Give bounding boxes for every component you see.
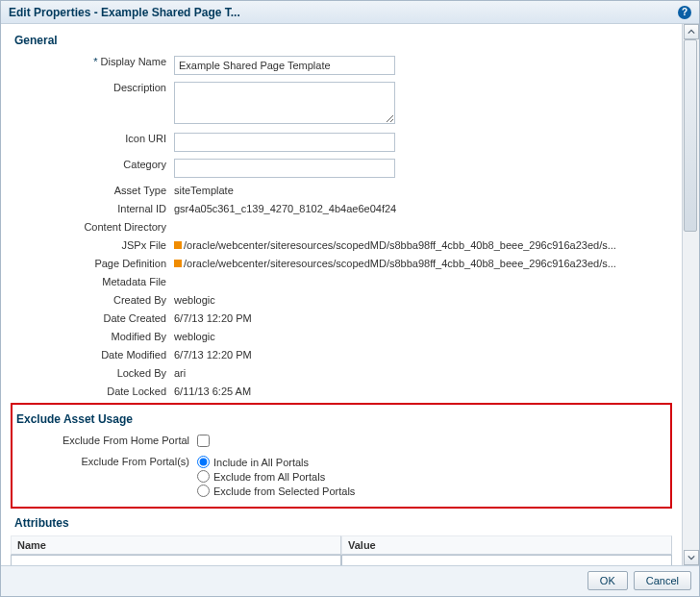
- attributes-table: Name Value: [11, 535, 672, 565]
- dialog-footer: OK Cancel: [1, 565, 699, 596]
- radio-include-all-input[interactable]: [197, 456, 210, 468]
- section-exclude-header: Exclude Asset Usage: [16, 412, 664, 426]
- created-by-label: Created By: [11, 291, 174, 306]
- row-asset-type: Asset Type siteTemplate: [11, 182, 672, 196]
- row-exclude-from-portals: Exclude From Portal(s) Include in All Po…: [14, 453, 664, 497]
- date-modified-value: 6/7/13 12:20 PM: [174, 349, 672, 361]
- icon-uri-label: Icon URI: [11, 130, 174, 144]
- category-input[interactable]: [174, 159, 395, 178]
- row-created-by: Created By weblogic: [11, 291, 672, 306]
- date-created-label: Date Created: [11, 310, 174, 324]
- exclude-home-portal-label: Exclude From Home Portal: [14, 432, 197, 446]
- row-modified-by: Modified By weblogic: [11, 328, 672, 342]
- row-jspx-file: JSPx File /oracle/webcenter/siteresource…: [11, 236, 672, 251]
- attr-value-input[interactable]: [341, 555, 672, 565]
- description-textarea[interactable]: [174, 82, 395, 124]
- date-created-value: 6/7/13 12:20 PM: [174, 312, 672, 324]
- scroll-track[interactable]: [683, 39, 699, 550]
- jspx-file-label: JSPx File: [11, 236, 174, 251]
- chevron-up-icon: [688, 28, 695, 36]
- internal-id-value: gsr4a05c361_c139_4270_8102_4b4ae6e04f24: [174, 203, 672, 214]
- radio-exclude-selected-label: Exclude from Selected Portals: [213, 485, 355, 497]
- scroll-area: General * Display Name Description Icon …: [1, 24, 682, 565]
- exclude-home-portal-checkbox[interactable]: [197, 435, 210, 447]
- created-by-value: weblogic: [174, 294, 672, 306]
- row-icon-uri: Icon URI: [11, 130, 672, 152]
- row-category: Category: [11, 156, 672, 178]
- page-definition-value: /oracle/webcenter/siteresources/scopedMD…: [184, 258, 616, 269]
- radio-exclude-all-label: Exclude from All Portals: [213, 471, 325, 483]
- row-display-name: * Display Name: [11, 53, 672, 75]
- row-exclude-home-portal: Exclude From Home Portal: [14, 432, 664, 449]
- row-description: Description: [11, 79, 672, 126]
- vertical-scrollbar[interactable]: [682, 24, 699, 565]
- row-content-directory: Content Directory: [11, 218, 672, 233]
- modified-by-value: weblogic: [174, 331, 672, 342]
- dialog-body: General * Display Name Description Icon …: [1, 24, 699, 565]
- attr-value-header: Value: [341, 535, 672, 555]
- date-locked-value: 6/11/13 6:25 AM: [174, 386, 672, 397]
- file-icon: [174, 241, 182, 249]
- page-definition-label: Page Definition: [11, 255, 174, 269]
- cancel-button[interactable]: Cancel: [634, 571, 691, 590]
- ok-button[interactable]: OK: [588, 571, 628, 590]
- modified-by-label: Modified By: [11, 328, 174, 342]
- internal-id-label: Internal ID: [11, 200, 174, 214]
- chevron-down-icon: [688, 554, 695, 561]
- row-locked-by: Locked By ari: [11, 364, 672, 379]
- category-label: Category: [11, 156, 174, 170]
- row-date-locked: Date Locked 6/11/13 6:25 AM: [11, 383, 672, 397]
- dialog-title: Edit Properties - Example Shared Page T.…: [9, 6, 240, 19]
- icon-uri-input[interactable]: [174, 133, 395, 152]
- row-metadata-file: Metadata File: [11, 273, 672, 287]
- display-name-input[interactable]: [174, 56, 395, 75]
- metadata-file-label: Metadata File: [11, 273, 174, 287]
- radio-include-all[interactable]: Include in All Portals: [197, 456, 664, 468]
- radio-exclude-selected-input[interactable]: [197, 485, 210, 497]
- row-date-created: Date Created 6/7/13 12:20 PM: [11, 310, 672, 324]
- scroll-down-button[interactable]: [684, 550, 699, 565]
- date-modified-label: Date Modified: [11, 346, 174, 361]
- row-page-definition: Page Definition /oracle/webcenter/sitere…: [11, 255, 672, 269]
- content-directory-label: Content Directory: [11, 218, 174, 233]
- display-name-label: Display Name: [101, 56, 166, 67]
- description-label: Description: [11, 79, 174, 93]
- radio-exclude-all[interactable]: Exclude from All Portals: [197, 470, 664, 483]
- file-icon: [174, 260, 182, 267]
- row-internal-id: Internal ID gsr4a05c361_c139_4270_8102_4…: [11, 200, 672, 214]
- scroll-thumb[interactable]: [684, 39, 697, 232]
- exclude-asset-usage-section: Exclude Asset Usage Exclude From Home Po…: [11, 403, 672, 509]
- dialog-titlebar: Edit Properties - Example Shared Page T.…: [1, 1, 699, 24]
- edit-properties-dialog: Edit Properties - Example Shared Page T.…: [0, 0, 700, 597]
- help-icon[interactable]: ?: [678, 6, 691, 19]
- scroll-up-button[interactable]: [684, 24, 699, 39]
- asset-type-label: Asset Type: [11, 182, 174, 196]
- exclude-from-portals-label: Exclude From Portal(s): [14, 453, 197, 467]
- radio-exclude-all-input[interactable]: [197, 470, 210, 483]
- section-attributes-header: Attributes: [14, 516, 672, 530]
- attr-name-header: Name: [11, 535, 341, 555]
- attr-name-input[interactable]: [11, 555, 341, 565]
- row-date-modified: Date Modified 6/7/13 12:20 PM: [11, 346, 672, 361]
- asset-type-value: siteTemplate: [174, 185, 672, 196]
- jspx-file-value: /oracle/webcenter/siteresources/scopedMD…: [184, 239, 616, 251]
- date-locked-label: Date Locked: [11, 383, 174, 397]
- locked-by-label: Locked By: [11, 364, 174, 379]
- section-general-header: General: [14, 34, 672, 47]
- radio-include-all-label: Include in All Portals: [213, 457, 309, 468]
- radio-exclude-selected[interactable]: Exclude from Selected Portals: [197, 485, 664, 497]
- locked-by-value: ari: [174, 367, 672, 379]
